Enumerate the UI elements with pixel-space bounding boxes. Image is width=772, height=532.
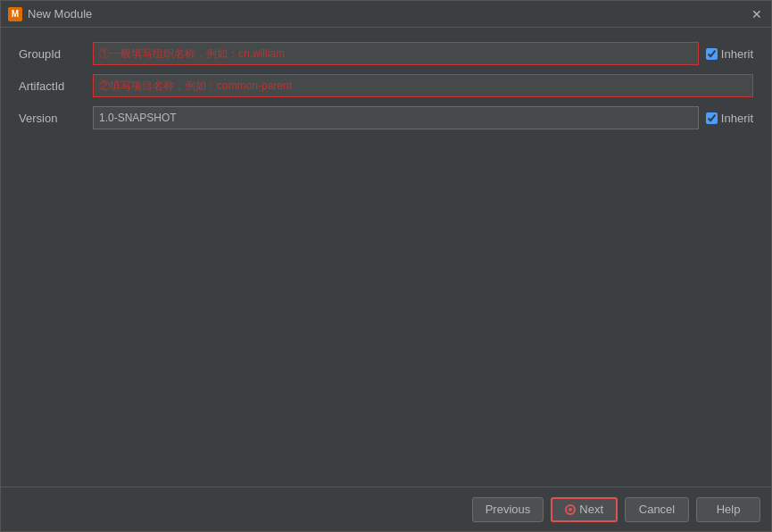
title-bar: M New Module ✕ [1, 1, 771, 28]
groupid-row: GroupId Inherit [19, 42, 753, 65]
content-area: GroupId Inherit ArtifactId Version Inher… [1, 28, 771, 486]
dialog-icon: M [8, 7, 22, 21]
help-button[interactable]: Help [696, 497, 760, 522]
groupid-inherit-checkbox[interactable] [706, 48, 718, 60]
next-focus-ring [565, 504, 576, 515]
version-input[interactable] [93, 106, 699, 129]
close-button[interactable]: ✕ [750, 7, 764, 21]
focus-dot [569, 508, 572, 511]
content-spacer [19, 138, 753, 472]
version-inherit-checkbox[interactable] [706, 112, 718, 124]
previous-button[interactable]: Previous [472, 497, 544, 522]
bottom-bar: Previous Next Cancel Help [1, 486, 771, 531]
dialog-title: New Module [28, 7, 92, 21]
version-row: Version Inherit [19, 106, 753, 129]
version-label: Version [19, 112, 86, 125]
artifactid-label: ArtifactId [19, 79, 86, 93]
version-inherit-row: Inherit [706, 112, 753, 125]
groupid-inherit-label: Inherit [721, 47, 753, 61]
next-button[interactable]: Next [551, 497, 618, 522]
title-bar-left: M New Module [8, 7, 92, 21]
cancel-button[interactable]: Cancel [625, 497, 689, 522]
new-module-dialog: M New Module ✕ GroupId Inherit ArtifactI… [0, 0, 772, 532]
groupid-input[interactable] [93, 42, 699, 65]
artifactid-input[interactable] [93, 74, 753, 97]
groupid-inherit-row: Inherit [706, 47, 753, 61]
artifactid-row: ArtifactId [19, 74, 753, 97]
groupid-label: GroupId [19, 47, 86, 61]
version-inherit-label: Inherit [721, 112, 753, 125]
